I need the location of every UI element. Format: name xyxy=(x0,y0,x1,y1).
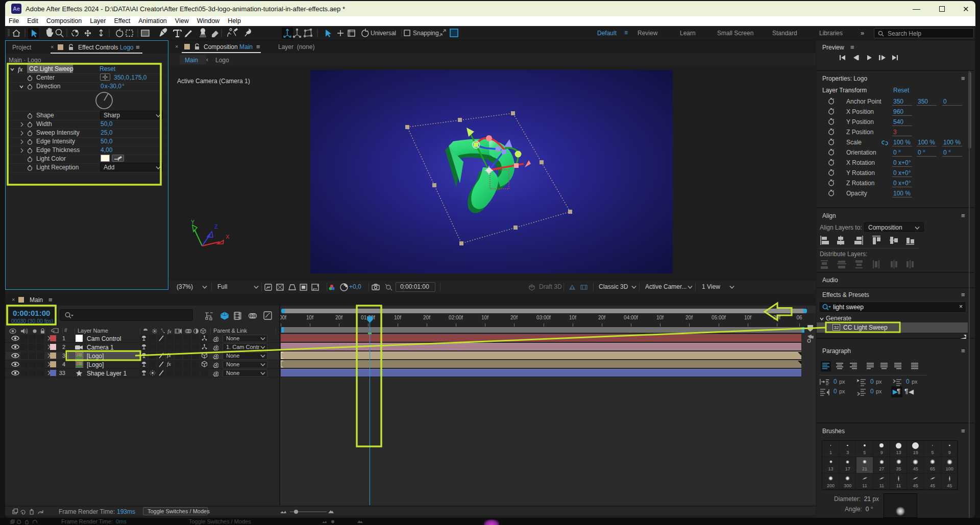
svg-text:Universal: Universal xyxy=(371,30,396,37)
svg-text:Y: Y xyxy=(191,219,195,225)
svg-text:Snapping: Snapping xyxy=(413,30,439,37)
svg-text:Z: Z xyxy=(214,223,218,230)
svg-text:fx: fx xyxy=(167,328,172,334)
svg-text:X: X xyxy=(226,234,230,240)
